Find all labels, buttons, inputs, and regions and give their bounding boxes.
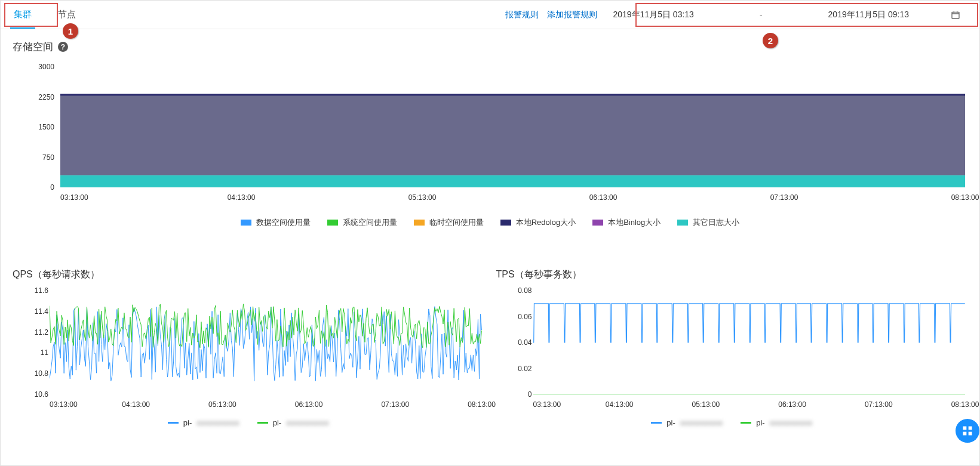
storage-legend: 数据空间使用量系统空间使用量临时空间使用量本地Redolog大小本地Binlog… (13, 217, 967, 228)
grid-icon (961, 425, 973, 437)
svg-rect-5 (963, 427, 967, 430)
tps-title: TPS（每秒事务数） (496, 269, 968, 281)
help-icon[interactable]: ? (58, 42, 68, 52)
qps-axes: 10.610.81111.211.411.603:13:0004:13:0005… (50, 291, 482, 394)
date-to: 2019年11月5日 09:13 (828, 10, 909, 20)
tps-legend-a[interactable]: pi-xxxxxxxxxxx (651, 418, 723, 427)
tab-cluster[interactable]: 集群 (1, 1, 45, 29)
svg-rect-2 (60, 175, 965, 187)
date-from: 2019年11月5日 03:13 (613, 10, 693, 20)
tabs: 集群 节点 (1, 1, 89, 29)
topbar: 集群 节点 报警规则 添加报警规则 2019年11月5日 03:13 - 201… (1, 1, 979, 29)
svg-rect-6 (969, 427, 972, 430)
calendar-icon (951, 10, 960, 20)
storage-legend-item[interactable]: 其它日志大小 (677, 217, 739, 228)
row-qps-tps: QPS（每秒请求数） 10.610.81111.211.411.603:13:0… (13, 269, 967, 427)
top-links: 报警规则 添加报警规则 2019年11月5日 03:13 - 2019年11月5… (505, 7, 979, 23)
storage-legend-item[interactable]: 数据空间使用量 (241, 217, 311, 228)
fab-button[interactable] (956, 419, 979, 443)
annotation-badge-1: 1 (63, 23, 78, 39)
date-dash: - (760, 10, 763, 20)
svg-rect-7 (963, 432, 967, 436)
storage-chart: 075015002250300003:13:0004:13:0005:13:00… (13, 58, 967, 214)
storage-legend-item[interactable]: 系统空间使用量 (327, 217, 397, 228)
storage-legend-item[interactable]: 本地Redolog大小 (500, 217, 576, 228)
tps-axes: 00.020.040.060.0803:13:0004:13:0005:13:0… (533, 291, 966, 394)
qps-chart: QPS（每秒请求数） 10.610.81111.211.411.603:13:0… (13, 269, 484, 427)
storage-legend-item[interactable]: 临时空间使用量 (414, 217, 484, 228)
date-range-picker[interactable]: 2019年11月5日 03:13 - 2019年11月5日 09:13 (606, 7, 967, 23)
storage-axes: 075015002250300003:13:0004:13:0005:13:00… (60, 67, 965, 187)
svg-rect-8 (969, 432, 972, 436)
svg-rect-3 (60, 94, 965, 95)
content: 存储空间 ? 075015002250300003:13:0004:13:000… (1, 29, 979, 427)
storage-title-row: 存储空间 ? (13, 40, 967, 54)
svg-rect-0 (952, 12, 959, 18)
qps-legend: pi-xxxxxxxxxxx pi-xxxxxxxxxxx (13, 418, 484, 427)
tps-legend: pi-xxxxxxxxxxx pi-xxxxxxxxxxx (496, 418, 968, 427)
svg-rect-1 (60, 95, 965, 175)
qps-legend-a[interactable]: pi-xxxxxxxxxxx (168, 418, 239, 427)
annotation-badge-2: 2 (763, 33, 778, 48)
link-alarm-rules[interactable]: 报警规则 (505, 10, 539, 20)
qps-title: QPS（每秒请求数） (13, 269, 484, 281)
storage-title: 存储空间 (13, 40, 53, 54)
tps-chart: TPS（每秒事务数） 00.020.040.060.0803:13:0004:1… (496, 269, 968, 427)
tps-legend-b[interactable]: pi-xxxxxxxxxxx (741, 418, 812, 427)
storage-legend-item[interactable]: 本地Binlog大小 (592, 217, 660, 228)
link-add-alarm-rule[interactable]: 添加报警规则 (547, 10, 597, 20)
qps-legend-b[interactable]: pi-xxxxxxxxxxx (257, 418, 329, 427)
